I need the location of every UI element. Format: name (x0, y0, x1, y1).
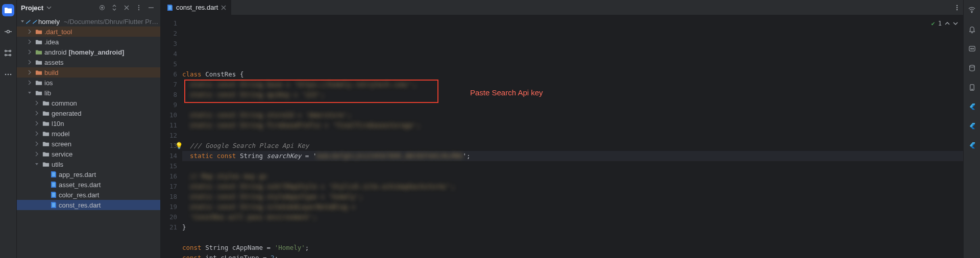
code-text[interactable]: ✔ 1 Paste Search Api key class ConstRes … (182, 15, 963, 258)
svg-rect-17 (969, 46, 974, 50)
code-line: static const String ssUrlMapStyle = 'Sty… (182, 182, 963, 192)
editor-body[interactable]: 123456789101112131415161718192021 ✔ 1 Pa… (161, 15, 963, 258)
dart-icon (50, 171, 57, 178)
close-icon[interactable] (221, 5, 226, 10)
code-line: // Map styles may go (182, 171, 963, 182)
line-number: 16 (161, 171, 177, 182)
notifications-icon[interactable] (966, 23, 977, 35)
tree-item-service[interactable]: service (17, 149, 160, 159)
lightbulb-icon[interactable]: 💡 (175, 141, 183, 151)
code-line (182, 161, 963, 171)
svg-point-13 (957, 5, 958, 6)
tree-item-color_res-dart[interactable]: color_res.dart (17, 190, 160, 200)
svg-point-16 (971, 12, 972, 13)
tree-item-utils[interactable]: utils (17, 159, 160, 169)
tree-item-label: lib (44, 89, 51, 97)
database-icon[interactable] (966, 62, 977, 73)
code-line: static const String storeId = 'Amerstore… (182, 110, 963, 120)
chevron-icon (26, 38, 33, 45)
folder-icon (35, 89, 42, 96)
project-sidebar: Project ⟋⟋ homely ~/Documents/Dhruv/Flut… (17, 0, 161, 258)
code-line: static const String searchKey = 'Aabcdef… (182, 151, 963, 161)
select-opened-file-icon[interactable] (97, 3, 107, 13)
line-number-gutter: 123456789101112131415161718192021 (161, 15, 182, 258)
left-tool-strip (0, 0, 17, 258)
line-number: 12 (161, 131, 177, 141)
code-line: static const String apiKey = '123'; (182, 90, 963, 100)
code-line: const String cAppName = 'Homely'; (182, 243, 963, 253)
svg-point-19 (972, 48, 973, 49)
folder-icon (42, 120, 50, 127)
code-line (182, 233, 963, 243)
chevron-down-icon[interactable] (46, 5, 52, 10)
flutter-outline-icon[interactable] (966, 101, 977, 112)
code-line (182, 100, 963, 110)
commit-tool-button[interactable] (2, 25, 14, 38)
svg-point-15 (957, 9, 958, 10)
svg-point-6 (8, 74, 9, 75)
structure-tool-button[interactable] (2, 47, 14, 59)
folder-icon (42, 110, 50, 117)
line-number: 1 (161, 18, 177, 29)
code-line: static const String siteSubdLayerNoteBlo… (182, 202, 963, 212)
hide-sidebar-icon[interactable] (146, 3, 156, 13)
tree-item-assets[interactable]: assets (17, 57, 160, 67)
tree-item--idea[interactable]: .idea (17, 37, 160, 47)
sidebar-header: Project (17, 0, 160, 15)
wifi-icon[interactable] (966, 4, 977, 15)
tree-item-build[interactable]: build (17, 67, 160, 78)
device-manager-icon[interactable] (966, 82, 977, 93)
tree-item-screen[interactable]: screen (17, 139, 160, 149)
tree-item-label: app_res.dart (59, 171, 96, 178)
tree-item-model[interactable]: model (17, 128, 160, 139)
project-tool-button[interactable] (2, 4, 14, 16)
line-number: 21 (161, 222, 177, 233)
expand-all-icon[interactable] (109, 3, 119, 13)
project-tree: ⟋⟋ homely ~/Documents/Dhruv/Flutter Proj… (17, 15, 160, 258)
project-name: homely (38, 18, 60, 25)
code-line: 'ConstRes will pass environment'; (182, 212, 963, 222)
chevron-down-icon[interactable] (953, 21, 958, 26)
tree-item-l10n[interactable]: l10n (17, 118, 160, 128)
tree-item-label: screen (52, 140, 71, 148)
tree-item-android[interactable]: android [homely_android] (17, 47, 160, 57)
sidebar-settings-icon[interactable] (134, 3, 144, 13)
more-tool-button[interactable] (2, 68, 14, 81)
editor-tab-menu[interactable] (951, 0, 963, 15)
chevron-icon (26, 48, 33, 56)
line-number: 9 (161, 100, 177, 110)
svg-point-1 (5, 50, 7, 52)
tree-item-generated[interactable]: generated (17, 108, 160, 118)
tree-item-label: build (44, 69, 58, 76)
project-root[interactable]: ⟋⟋ homely ~/Documents/Dhruv/Flutter Proj… (17, 16, 160, 27)
code-line: static const String base = 'https://home… (182, 80, 963, 90)
line-number: 3 (161, 39, 177, 49)
tree-item-label: service (52, 150, 72, 158)
chevron-up-icon[interactable] (945, 21, 950, 26)
line-number: 5 (161, 59, 177, 69)
tree-item-label: asset_res.dart (59, 181, 101, 189)
line-number: 17 (161, 182, 177, 192)
flutter-inspector-icon[interactable] (966, 120, 977, 132)
tree-item-ios[interactable]: ios (17, 78, 160, 88)
ai-assist-icon[interactable] (966, 43, 977, 54)
svg-point-0 (7, 31, 10, 33)
tree-item-lib[interactable]: lib (17, 88, 160, 98)
dart-icon (50, 201, 57, 209)
tree-item-common[interactable]: common (17, 98, 160, 108)
sidebar-title[interactable]: Project (21, 4, 43, 12)
tree-item-app_res-dart[interactable]: app_res.dart (17, 169, 160, 179)
inspection-widget[interactable]: ✔ 1 (932, 18, 958, 29)
tree-item--dart_tool[interactable]: .dart_tool (17, 27, 160, 37)
collapse-all-icon[interactable] (121, 3, 132, 13)
code-line: const int cLoginType = 2; (182, 253, 963, 258)
tree-item-asset_res-dart[interactable]: asset_res.dart (17, 179, 160, 190)
folder-icon (35, 79, 42, 86)
chevron-icon (33, 140, 40, 147)
line-number: 6 (161, 69, 177, 80)
tree-item-const_res-dart[interactable]: const_res.dart (17, 200, 160, 210)
svg-point-4 (10, 55, 11, 56)
tab-const-res[interactable]: const_res.dart (161, 0, 232, 15)
flutter-performance-icon[interactable] (966, 140, 977, 151)
code-line: 💡 /// Google Search Place Api Key (182, 141, 963, 151)
